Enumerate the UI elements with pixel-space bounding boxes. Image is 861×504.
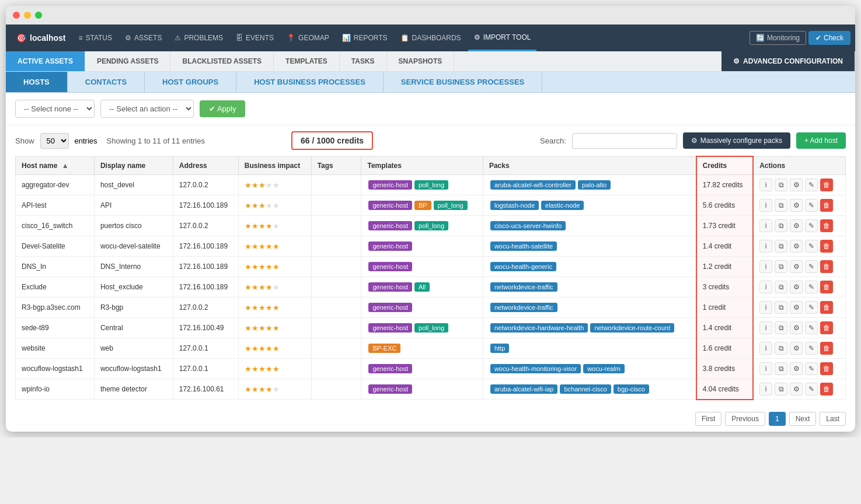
info-button[interactable]: i <box>759 301 772 314</box>
copy-button[interactable]: ⧉ <box>775 219 787 232</box>
delete-button[interactable]: 🗑 <box>820 281 833 293</box>
configure-button[interactable]: ⚙ <box>790 281 803 293</box>
copy-button[interactable]: ⧉ <box>775 199 787 212</box>
copy-button[interactable]: ⧉ <box>775 383 787 396</box>
tab-host-business-processes[interactable]: HOST BUSINESS PROCESSES <box>236 72 384 92</box>
configure-button[interactable]: ⚙ <box>790 260 803 273</box>
tab-contacts[interactable]: CONTACTS <box>68 72 145 92</box>
delete-button[interactable]: 🗑 <box>820 260 833 273</box>
show-entries-select[interactable]: 50 <box>40 133 69 149</box>
check-button[interactable]: ✔ Check <box>808 31 850 45</box>
cell-tags <box>311 257 361 277</box>
copy-button[interactable]: ⧉ <box>775 301 787 314</box>
configure-button[interactable]: ⚙ <box>790 199 803 212</box>
edit-button[interactable]: ✎ <box>805 301 818 314</box>
tab-templates[interactable]: TEMPLATES <box>274 51 340 71</box>
copy-button[interactable]: ⧉ <box>775 321 787 334</box>
info-button[interactable]: i <box>759 281 772 293</box>
search-input[interactable] <box>572 133 677 149</box>
delete-button[interactable]: 🗑 <box>820 178 833 191</box>
page-1-button[interactable]: 1 <box>769 412 786 426</box>
configure-button[interactable]: ⚙ <box>790 321 803 334</box>
previous-page-button[interactable]: Previous <box>725 412 765 426</box>
edit-button[interactable]: ✎ <box>805 219 818 232</box>
edit-button[interactable]: ✎ <box>805 240 818 253</box>
geomap-icon: 📍 <box>287 34 295 42</box>
apply-button[interactable]: ✔ Apply <box>200 100 245 117</box>
tab-hosts[interactable]: HOSTS <box>6 72 68 92</box>
configure-button[interactable]: ⚙ <box>790 342 803 355</box>
info-button[interactable]: i <box>759 342 772 355</box>
configure-button[interactable]: ⚙ <box>790 240 803 253</box>
cell-business-impact: ★★★★★ <box>238 175 311 195</box>
nav-events[interactable]: 🗄 EVENTS <box>230 24 280 51</box>
delete-button[interactable]: 🗑 <box>820 219 833 232</box>
select-action-dropdown[interactable]: -- Select an action -- <box>100 100 194 118</box>
tab-blacklisted-assets[interactable]: BLACKLISTED ASSETS <box>170 51 274 71</box>
tab-service-business-processes[interactable]: SERVICE BUSINESS PROCESSES <box>384 72 542 92</box>
edit-button[interactable]: ✎ <box>805 178 818 191</box>
copy-button[interactable]: ⧉ <box>775 362 787 375</box>
configure-button[interactable]: ⚙ <box>790 178 803 191</box>
add-host-button[interactable]: + Add host <box>796 132 846 149</box>
edit-button[interactable]: ✎ <box>805 383 818 396</box>
nav-reports[interactable]: 📊 REPORTS <box>336 24 393 51</box>
brand-logo[interactable]: 🎯 localhost <box>11 33 71 43</box>
tab-advanced-configuration[interactable]: ⚙ Advanced Configuration <box>721 51 855 71</box>
delete-button[interactable]: 🗑 <box>820 362 833 375</box>
info-button[interactable]: i <box>759 321 772 334</box>
massively-configure-button[interactable]: ⚙ Massively configure packs <box>683 132 790 149</box>
nav-status[interactable]: ≡ STATUS <box>72 24 118 51</box>
col-address[interactable]: Address <box>173 156 238 175</box>
delete-button[interactable]: 🗑 <box>820 199 833 212</box>
edit-button[interactable]: ✎ <box>805 362 818 375</box>
info-button[interactable]: i <box>759 178 772 191</box>
delete-button[interactable]: 🗑 <box>820 383 833 396</box>
maximize-button[interactable] <box>35 12 42 19</box>
delete-button[interactable]: 🗑 <box>820 342 833 355</box>
edit-button[interactable]: ✎ <box>805 321 818 334</box>
close-button[interactable] <box>13 12 20 19</box>
tab-active-assets[interactable]: ACTIVE ASSETS <box>6 51 85 71</box>
monitoring-button[interactable]: 🔄 Monitoring <box>750 31 806 45</box>
nav-geomap[interactable]: 📍 GEOMAP <box>281 24 335 51</box>
edit-button[interactable]: ✎ <box>805 199 818 212</box>
last-page-button[interactable]: Last <box>820 412 846 426</box>
delete-button[interactable]: 🗑 <box>820 240 833 253</box>
tab-snapshots[interactable]: SNAPSHOTS <box>387 51 455 71</box>
tab-tasks[interactable]: TASKS <box>340 51 387 71</box>
stars: ★★★★★ <box>245 344 305 353</box>
nav-assets[interactable]: ⚙ ASSETS <box>119 24 168 51</box>
edit-button[interactable]: ✎ <box>805 260 818 273</box>
info-button[interactable]: i <box>759 219 772 232</box>
info-button[interactable]: i <box>759 199 772 212</box>
info-button[interactable]: i <box>759 362 772 375</box>
col-hostname[interactable]: Host name ▲ <box>16 156 95 175</box>
copy-button[interactable]: ⧉ <box>775 178 787 191</box>
copy-button[interactable]: ⧉ <box>775 342 787 355</box>
configure-button[interactable]: ⚙ <box>790 301 803 314</box>
minimize-button[interactable] <box>24 12 31 19</box>
tab-host-groups[interactable]: HOST GROUPS <box>145 72 236 92</box>
delete-button[interactable]: 🗑 <box>820 321 833 334</box>
select-none-dropdown[interactable]: -- Select none -- <box>15 100 95 118</box>
col-display-name[interactable]: Display name <box>94 156 173 175</box>
delete-button[interactable]: 🗑 <box>820 301 833 314</box>
edit-button[interactable]: ✎ <box>805 281 818 293</box>
edit-button[interactable]: ✎ <box>805 342 818 355</box>
info-button[interactable]: i <box>759 383 772 396</box>
info-button[interactable]: i <box>759 260 772 273</box>
info-button[interactable]: i <box>759 240 772 253</box>
copy-button[interactable]: ⧉ <box>775 240 787 253</box>
copy-button[interactable]: ⧉ <box>775 260 787 273</box>
configure-button[interactable]: ⚙ <box>790 383 803 396</box>
configure-button[interactable]: ⚙ <box>790 219 803 232</box>
next-page-button[interactable]: Next <box>789 412 817 426</box>
nav-problems[interactable]: ⚠ PROBLEMS <box>169 24 229 51</box>
copy-button[interactable]: ⧉ <box>775 281 787 293</box>
nav-dashboards[interactable]: 📋 DASHBOARDS <box>395 24 467 51</box>
nav-import-tool[interactable]: ⚙ IMPORT TOOL <box>468 24 537 51</box>
configure-button[interactable]: ⚙ <box>790 362 803 375</box>
tab-pending-assets[interactable]: PENDING ASSETS <box>85 51 171 71</box>
first-page-button[interactable]: First <box>695 412 721 426</box>
